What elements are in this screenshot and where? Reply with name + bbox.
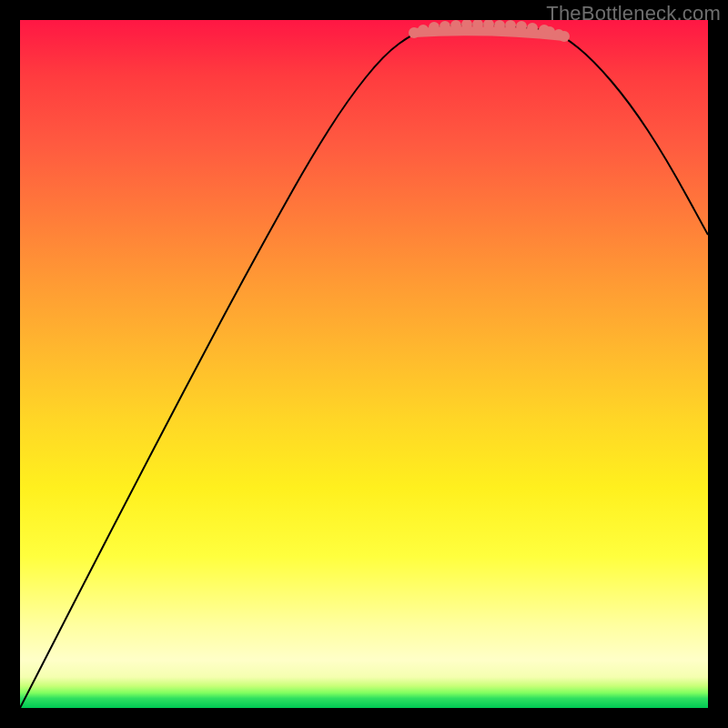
chart-frame: TheBottleneck.com bbox=[0, 0, 728, 728]
bottleneck-curve-path bbox=[20, 25, 708, 708]
flat-segment-dot bbox=[559, 31, 570, 42]
curve-group bbox=[20, 25, 708, 708]
chart-plot-area bbox=[20, 20, 708, 708]
flat-segment-dot bbox=[494, 20, 505, 31]
flat-segment-dot bbox=[450, 20, 461, 31]
flat-segment-dot bbox=[440, 21, 450, 32]
flat-segment-dot bbox=[527, 23, 538, 34]
chart-svg bbox=[20, 20, 708, 708]
flat-segment-dot bbox=[505, 20, 516, 31]
flat-segment-dot bbox=[429, 22, 440, 33]
flat-segment-dot bbox=[418, 25, 429, 35]
flat-segment-dot bbox=[516, 21, 527, 32]
watermark-text: TheBottleneck.com bbox=[546, 2, 721, 25]
